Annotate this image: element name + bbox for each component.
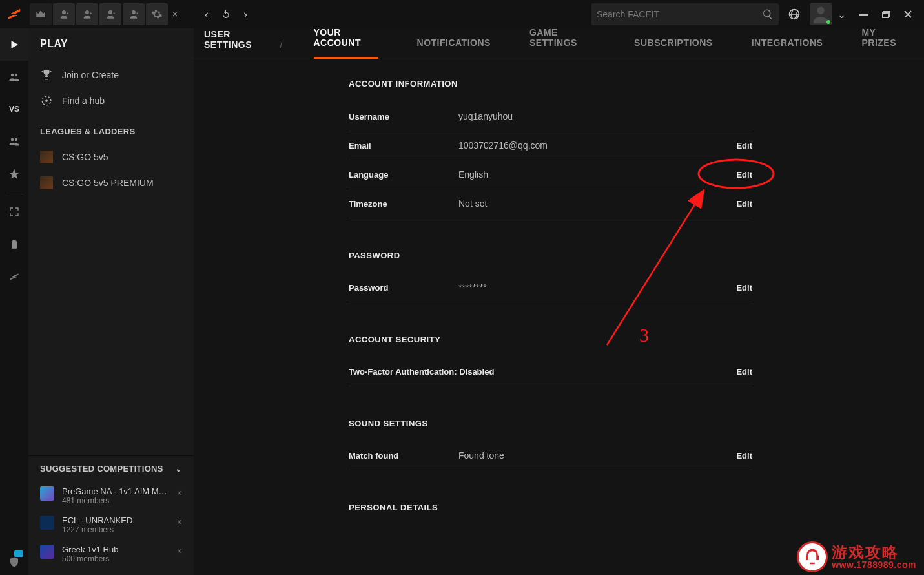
row-match-found: Match found Found tone Edit — [349, 441, 752, 470]
tab-integrations[interactable]: INTEGRATIONS — [752, 37, 823, 59]
sidebar-header: PLAY — [28, 28, 194, 59]
svg-point-1 — [45, 99, 48, 102]
suggested-item-members: 481 members — [62, 496, 174, 505]
nav-refresh-button[interactable] — [218, 0, 234, 28]
suggested-competitions-panel: SUGGESTED COMPETITIONS ⌄ PreGame NA - 1v… — [28, 455, 194, 575]
window-close-button[interactable] — [901, 10, 915, 19]
tab-your-account[interactable]: YOUR ACCOUNT — [314, 28, 378, 59]
sidebar-item-label: Join or Create — [62, 70, 119, 80]
nav-back-button[interactable]: ‹ — [199, 0, 214, 28]
nav-forward-button[interactable]: › — [238, 0, 253, 28]
titlebar-tab-crown[interactable] — [30, 3, 52, 25]
suggested-item-name: PreGame NA - 1v1 AIM M… — [62, 486, 172, 496]
user-menu-chevron-icon[interactable]: ⌄ — [837, 7, 847, 21]
suggested-item-icon — [40, 545, 54, 559]
suggested-item-close[interactable]: × — [174, 486, 185, 499]
csgo-icon — [40, 151, 53, 163]
tab-notifications[interactable]: NOTIFICATIONS — [417, 37, 491, 59]
rail-friends[interactable] — [0, 61, 28, 93]
rail-star[interactable] — [0, 158, 28, 190]
row-label: Match found — [349, 451, 458, 461]
edit-email-button[interactable]: Edit — [736, 141, 752, 151]
settings-body: ACCOUNT INFORMATION Username yuq1anyuhou… — [194, 59, 924, 575]
suggested-item-close[interactable]: × — [174, 545, 185, 558]
titlebar-tab-friend-2[interactable] — [76, 3, 98, 25]
row-timezone: Timezone Not set Edit — [349, 189, 752, 218]
edit-password-button[interactable]: Edit — [736, 283, 752, 293]
sidebar-section-leagues: LEAGUES & LADDERS — [28, 116, 194, 141]
rail-clipboard[interactable] — [0, 228, 28, 260]
section-security-title: ACCOUNT SECURITY — [349, 331, 924, 357]
suggested-item-icon — [40, 486, 54, 501]
sidebar-item-label: Find a hub — [62, 96, 105, 106]
rail-fullscreen[interactable] — [0, 196, 28, 228]
titlebar-tab-settings[interactable] — [146, 3, 168, 25]
row-twofa: Two-Factor Authentication: Disabled Edit — [349, 357, 752, 386]
row-label: Email — [349, 141, 458, 151]
edit-timezone-button[interactable]: Edit — [736, 199, 752, 209]
shield-badge — [14, 550, 23, 557]
sidebar-item-find-hub[interactable]: Find a hub — [28, 88, 194, 114]
row-value: Not set — [458, 198, 736, 209]
window-maximize-button[interactable] — [879, 10, 893, 19]
chevron-down-icon: ⌄ — [175, 464, 182, 474]
rail-shield[interactable] — [0, 549, 28, 575]
row-value: English — [458, 169, 736, 180]
sidebar-item-label: CS:GO 5v5 PREMIUM — [62, 178, 154, 188]
tab-my-prizes[interactable]: MY PRIZES — [861, 28, 905, 59]
row-username: Username yuq1anyuhou — [349, 102, 752, 131]
search-input[interactable] — [597, 9, 762, 19]
titlebar-tab-friend-3[interactable] — [99, 3, 121, 25]
row-label: Language — [349, 170, 458, 180]
titlebar-tab-friend-1[interactable] — [53, 3, 75, 25]
tab-subscriptions[interactable]: SUBSCRIPTIONS — [634, 37, 713, 59]
faceit-logo-icon[interactable] — [0, 0, 28, 28]
search-icon[interactable] — [762, 8, 774, 20]
suggested-item-close[interactable]: × — [174, 516, 185, 528]
globe-icon[interactable] — [788, 8, 801, 21]
suggested-item-name: Greek 1v1 Hub — [62, 545, 172, 554]
breadcrumb-slash: / — [269, 39, 294, 59]
close-tab-button[interactable]: × — [168, 8, 182, 20]
settings-tabs: USER SETTINGS / YOUR ACCOUNT NOTIFICATIO… — [194, 28, 924, 59]
rail-faceit-icon[interactable] — [0, 260, 28, 293]
edit-language-button[interactable]: Edit — [736, 170, 752, 180]
tab-game-settings[interactable]: GAME SETTINGS — [529, 28, 595, 59]
presence-indicator — [826, 20, 830, 24]
section-personal-title: PERSONAL DETAILS — [349, 499, 924, 525]
row-label: Password — [349, 283, 458, 293]
rail-groups[interactable] — [0, 125, 28, 158]
row-label: Username — [349, 112, 458, 121]
sidebar-league-csgo-5v5[interactable]: CS:GO 5v5 — [28, 144, 194, 170]
content-area: USER SETTINGS / YOUR ACCOUNT NOTIFICATIO… — [194, 28, 924, 575]
suggested-title: SUGGESTED COMPETITIONS — [40, 464, 163, 474]
target-icon — [40, 94, 53, 107]
suggested-item[interactable]: ECL - UNRANKED 1227 members × — [28, 510, 194, 539]
suggested-item[interactable]: Greek 1v1 Hub 500 members × — [28, 539, 194, 569]
row-value: yuq1anyuhou — [458, 111, 752, 121]
section-sound-title: SOUND SETTINGS — [349, 415, 924, 441]
suggested-item-members: 500 members — [62, 554, 174, 563]
row-value: Found tone — [458, 450, 736, 461]
sidebar-item-label: CS:GO 5v5 — [62, 152, 108, 162]
rail-play[interactable] — [0, 28, 28, 61]
rail-vs[interactable]: VS — [0, 93, 28, 125]
user-avatar[interactable] — [810, 3, 832, 25]
row-label: Two-Factor Authentication: Disabled — [349, 367, 736, 377]
edit-twofa-button[interactable]: Edit — [736, 367, 752, 377]
suggested-item[interactable]: PreGame NA - 1v1 AIM M… 481 members × — [28, 481, 194, 510]
suggested-header[interactable]: SUGGESTED COMPETITIONS ⌄ — [28, 456, 194, 481]
row-password: Password ******** Edit — [349, 273, 752, 302]
row-email: Email 1003702716@qq.com Edit — [349, 131, 752, 160]
svg-rect-0 — [859, 14, 868, 16]
suggested-item-name: ECL - UNRANKED — [62, 516, 172, 525]
row-value: 1003702716@qq.com — [458, 140, 736, 151]
search-box[interactable] — [591, 3, 779, 25]
edit-match-found-button[interactable]: Edit — [736, 451, 752, 461]
sidebar-league-csgo-5v5-premium[interactable]: CS:GO 5v5 PREMIUM — [28, 170, 194, 196]
breadcrumb-lead: USER SETTINGS — [204, 29, 269, 59]
section-account-info-title: ACCOUNT INFORMATION — [349, 75, 924, 101]
titlebar-tab-friend-4[interactable] — [123, 3, 145, 25]
window-minimize-button[interactable] — [857, 10, 871, 19]
sidebar-item-join-or-create[interactable]: Join or Create — [28, 62, 194, 88]
